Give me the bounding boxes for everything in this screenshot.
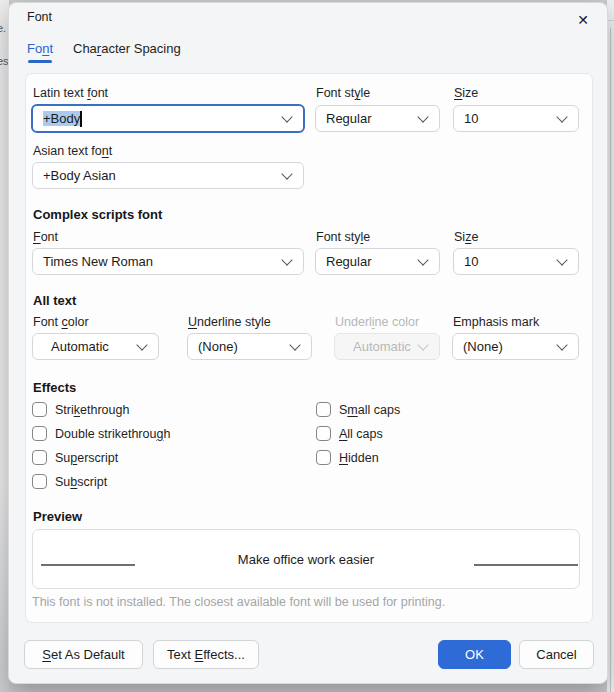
active-tab-underline xyxy=(28,60,52,63)
background-divider xyxy=(610,28,611,692)
text-caret xyxy=(80,111,82,127)
underline-color-value: Automatic xyxy=(353,339,411,354)
complex-font-label: Font xyxy=(33,230,58,244)
preview-header: Preview xyxy=(33,509,82,524)
background-window-right xyxy=(607,0,614,692)
checkbox-label[interactable]: Subscript xyxy=(55,475,107,489)
checkbox-box[interactable] xyxy=(316,450,331,465)
font-color-value: Automatic xyxy=(51,339,109,354)
checkbox-strikethrough[interactable]: Strikethrough xyxy=(32,402,129,417)
underline-style-value: (None) xyxy=(198,339,238,354)
dialog-title: Font xyxy=(27,10,52,24)
chevron-down-icon xyxy=(289,339,300,350)
checkbox-label[interactable]: All caps xyxy=(339,427,383,441)
size-value: 10 xyxy=(464,111,478,126)
underline-color-label: Underline color xyxy=(335,315,419,329)
chevron-down-icon xyxy=(556,111,567,122)
font-color-combobox[interactable]: Automatic xyxy=(32,333,159,360)
font-style-combobox[interactable]: Regular xyxy=(315,105,440,132)
complex-font-style-combobox[interactable]: Regular xyxy=(315,248,440,275)
background-divider xyxy=(607,20,614,21)
chevron-down-icon xyxy=(417,339,428,350)
underline-color-combobox: Automatic xyxy=(334,333,440,360)
font-color-label: Font color xyxy=(33,315,89,329)
asian-text-font-combobox[interactable]: +Body Asian xyxy=(32,162,304,189)
tab-character-spacing[interactable]: Character Spacing xyxy=(73,41,181,56)
checkbox-all-caps[interactable]: All caps xyxy=(316,426,383,441)
chevron-down-icon xyxy=(556,339,567,350)
checkbox-superscript[interactable]: Superscript xyxy=(32,450,118,465)
chevron-down-icon xyxy=(136,339,147,350)
chevron-down-icon xyxy=(556,254,567,265)
cancel-button[interactable]: Cancel xyxy=(519,640,594,669)
latin-text-font-combobox[interactable]: +Body xyxy=(31,104,305,133)
font-settings-panel: Latin text font +Body Font style Regular… xyxy=(25,73,593,623)
complex-font-value: Times New Roman xyxy=(43,254,153,269)
complex-size-combobox[interactable]: 10 xyxy=(453,248,579,275)
checkbox-label[interactable]: Strikethrough xyxy=(55,403,129,417)
complex-font-style-value: Regular xyxy=(326,254,372,269)
all-text-header: All text xyxy=(33,293,76,308)
chevron-down-icon xyxy=(417,254,428,265)
checkbox-box[interactable] xyxy=(32,426,47,441)
checkbox-label[interactable]: Superscript xyxy=(55,451,118,465)
set-as-default-label: Set As Default xyxy=(42,647,124,662)
font-style-value: Regular xyxy=(326,111,372,126)
checkbox-box[interactable] xyxy=(316,402,331,417)
tab-font-label: Font xyxy=(27,41,53,56)
preview-rule-right xyxy=(474,564,578,566)
size-combobox[interactable]: 10 xyxy=(453,105,579,132)
complex-font-combobox[interactable]: Times New Roman xyxy=(32,248,304,275)
font-not-installed-note: This font is not installed. The closest … xyxy=(32,595,445,609)
checkbox-box[interactable] xyxy=(32,450,47,465)
set-as-default-button[interactable]: Set As Default xyxy=(24,640,143,669)
complex-font-style-label: Font style xyxy=(316,230,370,244)
preview-box: Make office work easier xyxy=(32,529,580,589)
underline-style-label: Underline style xyxy=(188,315,271,329)
ok-label: OK xyxy=(465,647,484,662)
tab-character-spacing-label: Character Spacing xyxy=(73,41,181,56)
checkbox-label[interactable]: Small caps xyxy=(339,403,400,417)
close-icon[interactable]: ✕ xyxy=(572,9,594,31)
ok-button[interactable]: OK xyxy=(438,640,511,669)
background-text-fragment: e. xyxy=(0,22,6,34)
checkbox-box[interactable] xyxy=(32,402,47,417)
asian-text-font-value: +Body Asian xyxy=(43,168,116,183)
emphasis-mark-label: Emphasis mark xyxy=(453,315,539,329)
text-effects-label: Text Effects... xyxy=(167,647,245,662)
font-dialog: Font ✕ Font Character Spacing Latin text… xyxy=(8,2,608,684)
asian-text-font-label: Asian text font xyxy=(33,144,112,158)
checkbox-subscript[interactable]: Subscript xyxy=(32,474,107,489)
checkbox-box[interactable] xyxy=(32,474,47,489)
checkbox-double-strikethrough[interactable]: Double strikethrough xyxy=(32,426,170,441)
size-label: Size xyxy=(454,86,478,100)
chevron-down-icon xyxy=(281,168,292,179)
underline-style-combobox[interactable]: (None) xyxy=(187,333,312,360)
emphasis-mark-value: (None) xyxy=(463,339,503,354)
text-effects-button[interactable]: Text Effects... xyxy=(153,640,259,669)
chevron-down-icon xyxy=(281,111,292,122)
complex-size-label: Size xyxy=(454,230,478,244)
chevron-down-icon xyxy=(417,111,428,122)
tab-font[interactable]: Font xyxy=(27,41,53,56)
emphasis-mark-combobox[interactable]: (None) xyxy=(452,333,579,360)
complex-scripts-header: Complex scripts font xyxy=(33,207,162,222)
checkbox-box[interactable] xyxy=(316,426,331,441)
checkbox-label[interactable]: Double strikethrough xyxy=(55,427,170,441)
latin-text-font-label: Latin text font xyxy=(33,86,108,100)
font-style-label: Font style xyxy=(316,86,370,100)
cancel-label: Cancel xyxy=(536,647,576,662)
checkbox-small-caps[interactable]: Small caps xyxy=(316,402,400,417)
latin-text-font-value: +Body xyxy=(43,111,80,126)
complex-size-value: 10 xyxy=(464,254,478,269)
checkbox-hidden[interactable]: Hidden xyxy=(316,450,379,465)
chevron-down-icon xyxy=(281,254,292,265)
checkbox-label[interactable]: Hidden xyxy=(339,451,379,465)
effects-header: Effects xyxy=(33,380,76,395)
